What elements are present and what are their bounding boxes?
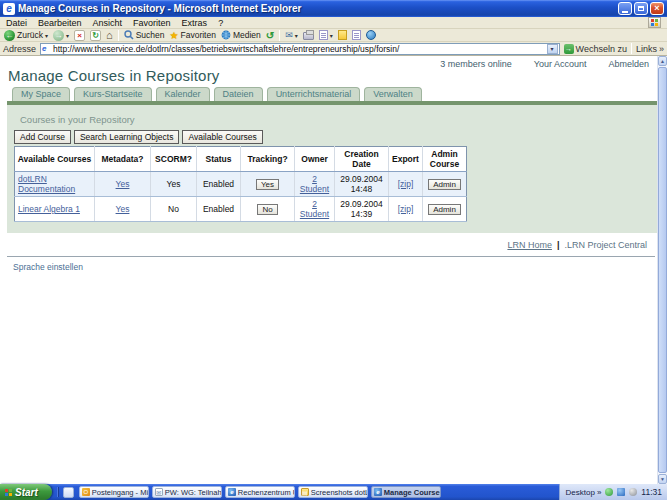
scrollbar-thumb[interactable] xyxy=(658,67,667,473)
course-link[interactable]: dotLRN Documentation xyxy=(18,174,75,194)
start-button[interactable]: Start xyxy=(0,484,52,500)
tab-verwalten[interactable]: Verwalten xyxy=(364,87,422,101)
restore-button[interactable] xyxy=(634,2,648,15)
search-learning-objects-button[interactable]: Search Learning Objects xyxy=(74,130,180,144)
start-label: Start xyxy=(15,487,38,498)
back-button[interactable]: ← Zurück ▾ xyxy=(4,30,48,41)
cell-owner: 2 Student xyxy=(295,197,335,222)
edit-dropdown-icon[interactable]: ▾ xyxy=(330,32,333,39)
column-header-available-courses: Available Courses xyxy=(15,147,95,172)
tray-icon-network[interactable] xyxy=(617,488,625,496)
logout-link[interactable]: Abmelden xyxy=(608,59,649,69)
task-label: Posteingang - Micros... xyxy=(92,488,149,497)
menu-item-favoriten[interactable]: Favoriten xyxy=(133,18,171,28)
home-icon: ⌂ xyxy=(106,30,113,41)
edit-button[interactable]: ▾ xyxy=(319,30,333,40)
cell-admin: Admin xyxy=(423,172,467,197)
language-link[interactable]: Sprache einstellen xyxy=(13,262,83,272)
menu-item-?[interactable]: ? xyxy=(218,18,223,28)
task-button-posteingang-micros[interactable]: OPosteingang - Micros... xyxy=(79,486,149,498)
cell-scorm: Yes xyxy=(151,172,197,197)
scroll-down-button[interactable]: ▼ xyxy=(658,474,667,484)
section-title: Courses in your Repository xyxy=(20,114,135,125)
url-favicon: e xyxy=(42,44,51,53)
task-button-pw-wg-teilnahme-v[interactable]: ✉PW: WG: Teilnahme v... xyxy=(152,486,222,498)
menu-item-ansicht[interactable]: Ansicht xyxy=(93,18,123,28)
tab-my-space[interactable]: My Space xyxy=(12,87,70,101)
forward-dropdown-icon[interactable]: ▾ xyxy=(66,32,69,39)
mail-button[interactable]: ✉ ▾ xyxy=(285,30,298,41)
links-toolbar[interactable]: Links » xyxy=(636,44,664,54)
column-header-metadata?: Metadata? xyxy=(95,147,151,172)
owner-link[interactable]: 2 Student xyxy=(300,199,329,219)
footer-divider xyxy=(7,256,655,257)
cell-export: [zip] xyxy=(389,172,423,197)
tab-unterrichtsmaterial[interactable]: Unterrichtsmaterial xyxy=(267,87,361,101)
menu-item-extras[interactable]: Extras xyxy=(182,18,208,28)
admin-button[interactable]: Admin xyxy=(428,204,461,215)
quick-launch-icon[interactable] xyxy=(63,487,74,498)
taskbar: Start OPosteingang - Micros...✉PW: WG: T… xyxy=(0,484,667,500)
task-button-screenshots-dotlrn[interactable]: ▤Screenshots dotLRN... xyxy=(298,486,368,498)
scroll-up-button[interactable]: ▲ xyxy=(658,56,667,66)
home-button[interactable]: ⌂ xyxy=(106,30,113,41)
your-account-link[interactable]: Your Account xyxy=(534,59,587,69)
course-link[interactable]: Linear Algebra 1 xyxy=(18,204,80,214)
task-button-manage-courses-in-r[interactable]: eManage Courses in R... xyxy=(371,486,441,498)
url-text[interactable]: http://www.theservice.de/dotlrn/classes/… xyxy=(53,44,545,54)
desktop-chevron-icon[interactable]: » xyxy=(597,488,601,497)
desktop-label: Desktop xyxy=(566,488,595,497)
lrn-home-link[interactable]: LRN Home xyxy=(507,240,552,250)
tab-kalender[interactable]: Kalender xyxy=(156,87,210,101)
tray-icon-antivirus[interactable] xyxy=(605,488,613,496)
forward-button[interactable]: → ▾ xyxy=(53,30,69,41)
menu-item-datei[interactable]: Datei xyxy=(6,18,27,28)
back-dropdown-icon[interactable]: ▾ xyxy=(45,32,48,39)
outlook-icon: O xyxy=(82,488,90,496)
messenger-button[interactable] xyxy=(366,30,376,40)
export-link[interactable]: [zip] xyxy=(398,179,414,189)
cell-metadata: Yes xyxy=(95,172,151,197)
tracking-button[interactable]: No xyxy=(257,204,277,215)
task-label: Screenshots dotLRN... xyxy=(311,488,368,497)
address-input[interactable]: e http://www.theservice.de/dotlrn/classe… xyxy=(40,43,560,55)
metadata-link[interactable]: Yes xyxy=(116,179,130,189)
cell-export: [zip] xyxy=(389,197,423,222)
close-button[interactable]: × xyxy=(650,2,664,15)
browser-viewport: 3 members online Your Account Abmelden M… xyxy=(0,56,667,484)
page-title: Manage Courses in Repository xyxy=(8,67,220,84)
owner-link[interactable]: 2 Student xyxy=(300,174,329,194)
desktop-toolbar[interactable]: Desktop » xyxy=(566,488,602,497)
search-button[interactable]: Suchen xyxy=(124,30,165,40)
tray-icon-volume[interactable] xyxy=(629,488,637,496)
address-dropdown-button[interactable]: ▾ xyxy=(547,44,558,54)
task-button-rechenzentrum-uni-k[interactable]: eRechenzentrum Uni K... xyxy=(225,486,295,498)
history-button[interactable]: ↺ xyxy=(266,30,274,41)
menu-item-bearbeiten[interactable]: Bearbeiten xyxy=(38,18,82,28)
tab-kurs-startseite[interactable]: Kurs-Startseite xyxy=(74,87,152,101)
vertical-scrollbar[interactable]: ▲ ▼ xyxy=(657,56,667,484)
media-button[interactable]: Medien xyxy=(221,30,261,40)
minimize-button[interactable] xyxy=(618,2,632,15)
admin-button[interactable]: Admin xyxy=(428,179,461,190)
refresh-button[interactable]: ↻ xyxy=(90,30,101,41)
add-course-button[interactable]: Add Course xyxy=(14,130,71,144)
available-courses-button[interactable]: Available Courses xyxy=(182,130,262,144)
toolbar-separator xyxy=(118,30,119,41)
links-chevron-icon[interactable]: » xyxy=(659,44,664,54)
discuss-button[interactable] xyxy=(338,30,347,40)
export-link[interactable]: [zip] xyxy=(398,204,414,214)
column-header-owner: Owner xyxy=(295,147,335,172)
lrn-project-central-link[interactable]: .LRN Project Central xyxy=(564,240,647,250)
go-button[interactable]: → Wechseln zu xyxy=(564,44,627,54)
tab-dateien[interactable]: Dateien xyxy=(214,87,263,101)
mail-dropdown-icon[interactable]: ▾ xyxy=(295,32,298,39)
research-button[interactable] xyxy=(352,30,361,40)
taskbar-grip xyxy=(55,485,62,499)
metadata-link[interactable]: Yes xyxy=(116,204,130,214)
column-header-scorm?: SCORM? xyxy=(151,147,197,172)
print-button[interactable] xyxy=(303,30,314,40)
favorites-button[interactable]: ★ Favoriten xyxy=(170,30,216,41)
stop-button[interactable]: × xyxy=(74,30,85,41)
tracking-button[interactable]: Yes xyxy=(256,179,279,190)
